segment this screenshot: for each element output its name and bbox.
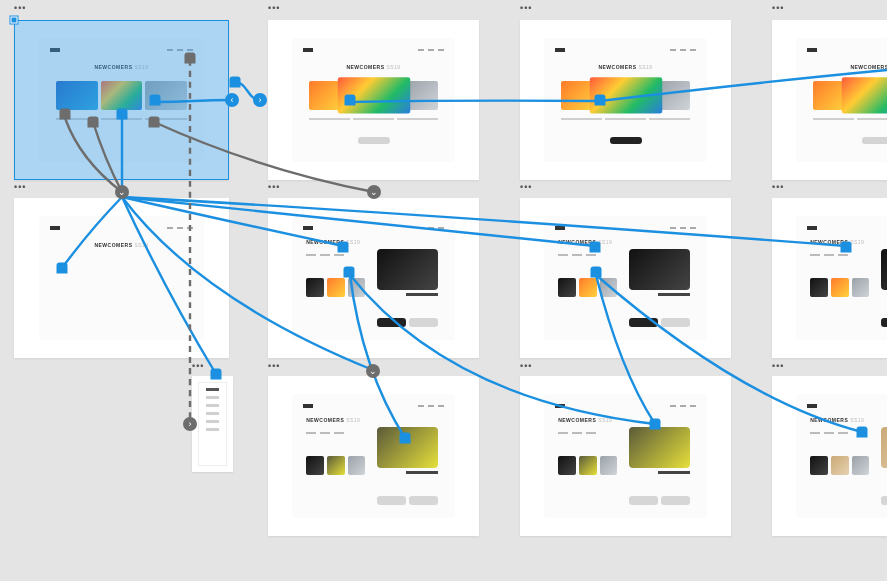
secondary-button[interactable] [409,318,438,327]
artboard-label[interactable]: ••• [520,362,532,371]
artboard-label[interactable]: ••• [772,362,784,371]
add-to-cart-button[interactable] [629,496,658,505]
product-thumb[interactable] [852,456,870,475]
artboard[interactable]: NEWCOMERS SS19 [772,376,887,536]
artboard[interactable] [192,376,233,472]
artboard-label[interactable]: ••• [14,183,26,192]
product-thumb[interactable] [348,278,366,297]
detail-tabs[interactable] [810,432,858,434]
artboard[interactable]: NEWCOMERS SS19 [268,376,479,536]
product-thumb[interactable] [309,81,341,110]
connection-port[interactable] [345,95,356,106]
artboard[interactable]: NEWCOMERS SS19 [772,198,887,358]
product-thumb[interactable] [831,456,849,475]
artboard[interactable]: NEWCOMERS SS19 [772,20,887,180]
product-thumb[interactable] [348,456,366,475]
product-thumb[interactable] [579,278,597,297]
connection-port[interactable] [338,242,349,253]
product-thumb[interactable] [306,456,324,475]
cta-button[interactable] [861,137,887,144]
add-to-cart-button[interactable] [377,318,406,327]
connection-port[interactable] [57,263,68,274]
connection-line[interactable] [122,197,846,246]
connection-port[interactable] [344,267,355,278]
detail-tabs[interactable] [306,254,354,256]
connection-port[interactable] [857,427,868,438]
connection-arrow-right-icon[interactable]: › [183,417,197,431]
connection-port[interactable] [230,77,241,88]
artboard-label[interactable]: ••• [520,4,532,13]
connection-port[interactable] [117,109,128,120]
product-thumb[interactable] [810,456,828,475]
connection-port[interactable] [841,242,852,253]
artboard-label[interactable]: ••• [772,183,784,192]
connection-port[interactable] [595,95,606,106]
artboard[interactable]: NEWCOMERS SS19 [14,198,229,358]
product-thumb[interactable] [327,278,345,297]
add-to-cart-button[interactable] [881,496,887,505]
artboard[interactable]: NEWCOMERS SS19 [520,376,731,536]
connection-port[interactable] [211,369,222,380]
connection-arrow-left-icon[interactable]: ‹ [225,93,239,107]
artboard[interactable]: NEWCOMERS SS19 [268,198,479,358]
artboard-label[interactable]: ••• [520,183,532,192]
product-thumb[interactable] [558,278,576,297]
connection-arrow-down-icon[interactable]: ⌄ [366,364,380,378]
dropdown-item[interactable] [206,420,219,423]
product-thumb[interactable] [561,81,593,110]
connection-port[interactable] [88,117,99,128]
connection-port[interactable] [650,419,661,430]
secondary-button[interactable] [409,496,438,505]
detail-tabs[interactable] [558,432,606,434]
product-thumb[interactable] [852,278,870,297]
artboard[interactable]: NEWCOMERS SS19 [268,20,479,180]
selection-rect[interactable] [14,20,229,180]
product-thumb[interactable] [810,278,828,297]
dropdown-item[interactable] [206,396,219,399]
product-thumb[interactable] [327,456,345,475]
detail-tabs[interactable] [558,254,606,256]
dropdown-item[interactable] [206,388,219,391]
artboard-label[interactable]: ••• [772,4,784,13]
detail-tabs[interactable] [810,254,858,256]
cta-button[interactable] [609,137,641,144]
connection-arrow-down-icon[interactable]: ⌄ [115,185,129,199]
connection-port[interactable] [185,53,196,64]
product-thumb[interactable] [306,278,324,297]
connection-port[interactable] [590,242,601,253]
product-thumb[interactable] [600,456,618,475]
artboard-label[interactable]: ••• [268,4,280,13]
product-thumb[interactable] [405,81,437,110]
artboard[interactable]: NEWCOMERS SS19 [520,198,731,358]
artboard[interactable]: NEWCOMERS SS19 [520,20,731,180]
detail-tabs[interactable] [306,432,354,434]
product-thumb[interactable] [558,456,576,475]
product-thumb[interactable] [579,456,597,475]
cta-button[interactable] [357,137,389,144]
selection-handle[interactable] [11,17,18,24]
product-thumb[interactable] [831,278,849,297]
connection-port[interactable] [400,433,411,444]
dropdown-item[interactable] [206,412,219,415]
artboard-label[interactable]: ••• [268,183,280,192]
product-thumb[interactable] [841,77,887,113]
connection-port[interactable] [60,109,71,120]
product-thumb[interactable] [813,81,845,110]
connection-port[interactable] [149,117,160,128]
connection-port[interactable] [150,95,161,106]
artboard-label[interactable]: ••• [14,4,26,13]
secondary-button[interactable] [661,496,690,505]
product-thumb[interactable] [657,81,689,110]
connection-arrow-down-icon[interactable]: ⌄ [367,185,381,199]
add-to-cart-button[interactable] [629,318,658,327]
secondary-button[interactable] [661,318,690,327]
dropdown-item[interactable] [206,404,219,407]
product-thumb[interactable] [600,278,618,297]
dropdown-menu[interactable] [198,382,227,466]
dropdown-item[interactable] [206,428,219,431]
add-to-cart-button[interactable] [881,318,887,327]
artboard-label[interactable]: ••• [192,362,204,371]
connection-port[interactable] [591,267,602,278]
artboard-label[interactable]: ••• [268,362,280,371]
connection-arrow-right-icon[interactable]: › [253,93,267,107]
